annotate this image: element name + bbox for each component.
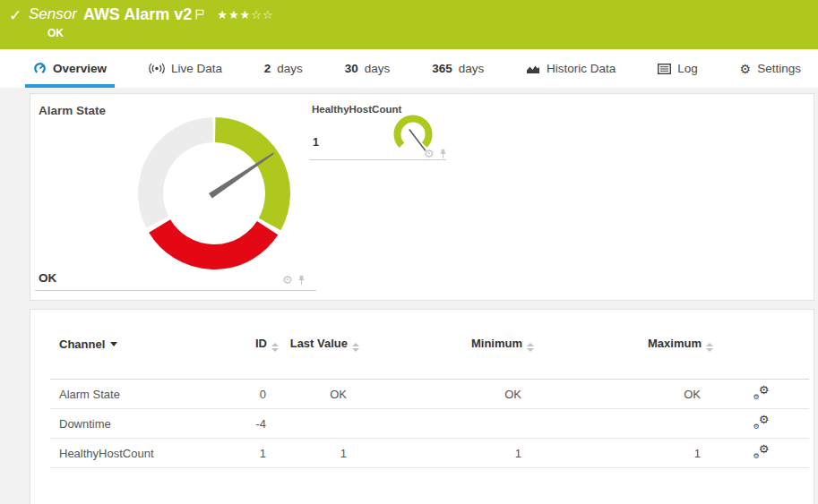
tab-bar: OverviewLive Data2days30days365daysHisto…	[0, 49, 818, 88]
tab-30-days[interactable]: 30days	[337, 49, 399, 88]
sort-desc-icon	[110, 342, 117, 346]
gauge-segment-idle-gray	[151, 130, 213, 222]
secondary-panel-tools: ⚙	[424, 148, 447, 159]
gauge-segment-ok-green	[397, 119, 428, 146]
sensor-header: ✓ Sensor AWS Alarm v2 ★★★☆☆ OK	[0, 0, 818, 49]
gear-icon[interactable]: ⚙	[282, 274, 293, 286]
channel-settings-gears-icon[interactable]: ⚙⚙	[753, 415, 770, 430]
row-actions-cell: ⚙⚙	[713, 380, 809, 409]
column-label: ID	[255, 337, 267, 350]
tab-log[interactable]: Log	[650, 49, 706, 88]
tab-label: Log	[677, 62, 698, 75]
gauge-segment-error-red	[159, 226, 267, 257]
tab-label: days	[365, 62, 391, 75]
settings-icon: ⚙	[740, 63, 752, 75]
gauge-segment-ok-green	[215, 130, 278, 224]
value-cell: OK	[359, 380, 534, 409]
alarm-state-gauge	[135, 115, 293, 272]
secondary-panel-underline	[310, 159, 446, 160]
column-header-channel[interactable]: Channel	[50, 310, 225, 380]
sensor-kind-label: Sensor	[29, 5, 77, 23]
tab-historic-data[interactable]: Historic Data	[518, 49, 624, 88]
historic-data-icon	[526, 64, 540, 74]
tab-label: days	[459, 62, 485, 75]
gauge-card: Alarm State OK ⚙ HealthyHostCount 1 ⚙	[30, 93, 814, 301]
check-icon: ✓	[9, 6, 29, 25]
value-cell: 1	[359, 439, 534, 468]
channel-settings-gears-icon[interactable]: ⚙⚙	[753, 386, 770, 400]
secondary-gauge-value: 1	[313, 136, 319, 149]
column-label: Last Value	[290, 337, 348, 350]
value-cell: 1	[279, 439, 359, 468]
channel-table-header: ChannelIDLast ValueMinimumMaximum	[50, 310, 809, 380]
row-actions-cell: ⚙⚙	[713, 439, 809, 468]
primary-gauge-title: Alarm State	[39, 104, 106, 117]
column-label: Channel	[59, 337, 105, 351]
primary-panel-underline	[35, 290, 316, 291]
column-header-last-value[interactable]: Last Value	[279, 310, 359, 380]
column-header-actions	[713, 310, 809, 380]
tab-label: Historic Data	[547, 62, 616, 75]
gear-icon[interactable]: ⚙	[424, 148, 435, 159]
table-row-healthyhostcount: HealthyHostCount1111⚙⚙	[50, 439, 809, 468]
column-header-id[interactable]: ID	[225, 310, 279, 380]
star-empty-icon[interactable]: ☆	[263, 8, 274, 21]
value-cell	[534, 409, 713, 439]
sort-icon	[271, 343, 279, 352]
sort-icon	[352, 343, 359, 352]
table-row-alarm-state: Alarm State0OKOKOK⚙⚙	[50, 380, 809, 409]
table-row-downtime: Downtime-4⚙⚙	[50, 409, 809, 439]
channel-name-cell[interactable]: Alarm State	[50, 380, 225, 409]
secondary-gauge-title: HealthyHostCount	[312, 104, 401, 115]
value-cell: 1	[225, 439, 279, 468]
tab-label: Overview	[53, 62, 107, 75]
status-badge: OK	[29, 27, 274, 39]
channel-table-card: ChannelIDLast ValueMinimumMaximum Alarm …	[30, 309, 814, 504]
live-data-icon	[149, 63, 165, 74]
value-cell	[279, 409, 359, 439]
column-label: Minimum	[471, 337, 522, 350]
sort-icon	[706, 343, 713, 352]
tab-number: 30	[345, 62, 358, 75]
tab-label: Settings	[757, 62, 801, 75]
tab-365-days[interactable]: 365days	[424, 49, 492, 88]
tab-live-data[interactable]: Live Data	[141, 49, 230, 88]
value-cell: 0	[225, 380, 279, 409]
tab-label: Live Data	[171, 62, 222, 75]
channel-table: ChannelIDLast ValueMinimumMaximum Alarm …	[50, 310, 809, 468]
column-header-maximum[interactable]: Maximum	[534, 310, 713, 380]
value-cell: 1	[534, 439, 713, 468]
row-actions-cell: ⚙⚙	[713, 409, 809, 439]
column-header-minimum[interactable]: Minimum	[359, 310, 534, 380]
tab-number: 2	[264, 62, 271, 75]
gauge-icon	[33, 62, 47, 75]
pin-icon[interactable]	[297, 275, 306, 286]
channel-name-cell[interactable]: Downtime	[50, 409, 225, 439]
value-cell	[359, 409, 534, 439]
tab-overview[interactable]: Overview	[25, 49, 115, 88]
star-filled-icon[interactable]: ★	[228, 8, 240, 21]
value-cell: OK	[279, 380, 359, 409]
tab-number: 365	[432, 62, 452, 75]
tab-2-days[interactable]: 2days	[256, 49, 311, 88]
star-filled-icon[interactable]: ★	[240, 8, 252, 21]
primary-gauge-value: OK	[39, 271, 56, 285]
star-filled-icon[interactable]: ★	[217, 8, 228, 21]
flag-icon	[195, 6, 204, 24]
channel-settings-gears-icon[interactable]: ⚙⚙	[753, 445, 770, 459]
tab-label: days	[277, 62, 303, 75]
tab-settings[interactable]: ⚙Settings	[732, 49, 809, 88]
primary-panel-tools: ⚙	[282, 274, 306, 286]
value-cell: -4	[225, 409, 279, 439]
column-label: Maximum	[648, 337, 702, 350]
star-rating[interactable]: ★★★☆☆	[217, 6, 273, 24]
log-icon	[658, 64, 671, 74]
pin-icon[interactable]	[439, 149, 447, 159]
sort-icon	[527, 343, 534, 352]
channel-table-body: Alarm State0OKOKOK⚙⚙Downtime-4⚙⚙HealthyH…	[50, 380, 809, 468]
value-cell: OK	[534, 380, 713, 409]
star-empty-icon[interactable]: ☆	[251, 8, 263, 21]
page-title: AWS Alarm v2	[83, 5, 192, 23]
channel-name-cell[interactable]: HealthyHostCount	[50, 439, 225, 468]
